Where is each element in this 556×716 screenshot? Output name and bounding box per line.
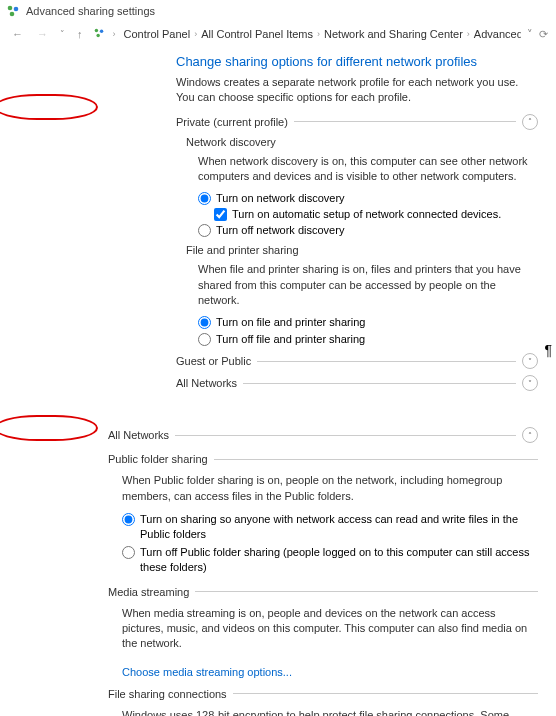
desc-public-folder: When Public folder sharing is on, people… <box>122 473 534 504</box>
divider <box>195 591 538 592</box>
desc-media: When media streaming is on, people and d… <box>122 606 534 652</box>
svg-point-4 <box>99 30 102 33</box>
svg-point-3 <box>94 29 97 32</box>
chevron-right-icon: › <box>111 29 118 39</box>
breadcrumb-icon <box>93 27 105 41</box>
radio-input[interactable] <box>198 333 211 346</box>
svg-point-5 <box>96 34 99 37</box>
radio-input[interactable] <box>122 546 135 559</box>
radio-group-network-discovery: Turn on network discovery Turn on automa… <box>198 191 538 239</box>
forward-button[interactable]: → <box>33 26 52 42</box>
subhead-file-printer: File and printer sharing <box>186 244 538 256</box>
radio-input[interactable] <box>198 224 211 237</box>
recent-dropdown[interactable]: ˅ <box>58 29 67 39</box>
content-upper: Change sharing options for different net… <box>0 46 556 413</box>
page-subtext: Windows creates a separate network profi… <box>176 75 538 106</box>
crumb-advanced-sharing[interactable]: Advanced sharing settings <box>474 28 521 40</box>
svg-point-0 <box>8 6 13 11</box>
chevron-right-icon: › <box>315 29 322 39</box>
crumb-all-items[interactable]: All Control Panel Items <box>201 28 313 40</box>
desc-file-printer: When file and printer sharing is on, fil… <box>198 262 534 308</box>
subhead-public-folder: Public folder sharing <box>108 453 538 465</box>
radio-fp-on[interactable]: Turn on file and printer sharing <box>198 315 538 330</box>
annotation-circle-allnetworks <box>0 415 98 441</box>
annotation-circle-private <box>0 94 98 120</box>
expand-icon[interactable]: ˅ <box>522 353 538 369</box>
chevron-right-icon: › <box>465 29 472 39</box>
subhead-network-discovery: Network discovery <box>186 136 538 148</box>
window-titlebar: Advanced sharing settings <box>0 0 556 22</box>
chevron-right-icon: › <box>192 29 199 39</box>
desc-encryption: Windows uses 128-bit encryption to help … <box>122 708 534 716</box>
radio-input[interactable] <box>122 513 135 526</box>
section-allnetworks-collapsed[interactable]: All Networks ˅ <box>176 375 538 391</box>
section-guest-title: Guest or Public <box>176 355 251 367</box>
svg-point-2 <box>10 12 15 17</box>
collapse-icon[interactable]: ˄ <box>522 114 538 130</box>
radio-fp-off[interactable]: Turn off file and printer sharing <box>198 332 538 347</box>
radio-input[interactable] <box>198 316 211 329</box>
up-button[interactable]: ↑ <box>73 26 87 42</box>
checkbox-nd-auto[interactable]: Turn on automatic setup of network conne… <box>214 208 538 221</box>
desc-network-discovery: When network discovery is on, this compu… <box>198 154 534 185</box>
back-button[interactable]: ← <box>8 26 27 42</box>
expand-icon[interactable]: ˅ <box>522 375 538 391</box>
collapse-icon[interactable]: ˄ <box>522 427 538 443</box>
section-allnetworks[interactable]: All Networks ˄ <box>108 427 538 443</box>
subhead-media: Media streaming <box>108 586 538 598</box>
divider <box>257 361 516 362</box>
crumb-network-center[interactable]: Network and Sharing Center <box>324 28 463 40</box>
subhead-encryption: File sharing connections <box>108 688 538 700</box>
refresh-dropdown-icon[interactable]: ˅ <box>527 28 533 41</box>
radio-nd-on[interactable]: Turn on network discovery <box>198 191 538 206</box>
radio-pf-off[interactable]: Turn off Public folder sharing (people l… <box>122 545 538 576</box>
pilcrow-mark: ¶ <box>544 342 552 358</box>
section-allnetworks-title: All Networks <box>108 429 169 441</box>
section-private[interactable]: Private (current profile) ˄ <box>176 114 538 130</box>
breadcrumb: Control Panel › All Control Panel Items … <box>124 28 522 40</box>
page-heading: Change sharing options for different net… <box>176 54 538 69</box>
divider <box>214 459 538 460</box>
radio-group-file-printer: Turn on file and printer sharing Turn of… <box>198 315 538 348</box>
divider <box>175 435 516 436</box>
radio-nd-off[interactable]: Turn off network discovery <box>198 223 538 238</box>
crumb-control-panel[interactable]: Control Panel <box>124 28 191 40</box>
checkbox-input[interactable] <box>214 208 227 221</box>
divider <box>243 383 516 384</box>
refresh-icon[interactable]: ⟳ <box>539 28 548 41</box>
link-media-options[interactable]: Choose media streaming options... <box>122 666 292 678</box>
radio-pf-on[interactable]: Turn on sharing so anyone with network a… <box>122 512 538 543</box>
nav-row: ← → ˅ ↑ › Control Panel › All Control Pa… <box>0 22 556 46</box>
radio-group-public-folder: Turn on sharing so anyone with network a… <box>122 512 538 576</box>
section-private-title: Private (current profile) <box>176 116 288 128</box>
section-guest[interactable]: Guest or Public ˅ <box>176 353 538 369</box>
window-title: Advanced sharing settings <box>26 5 155 17</box>
divider <box>233 693 538 694</box>
network-icon <box>6 4 20 18</box>
radio-input[interactable] <box>198 192 211 205</box>
divider <box>294 121 516 122</box>
content-lower: All Networks ˄ Public folder sharing Whe… <box>0 413 556 716</box>
svg-point-1 <box>14 7 19 12</box>
section-allnetworks-collapsed-title: All Networks <box>176 377 237 389</box>
